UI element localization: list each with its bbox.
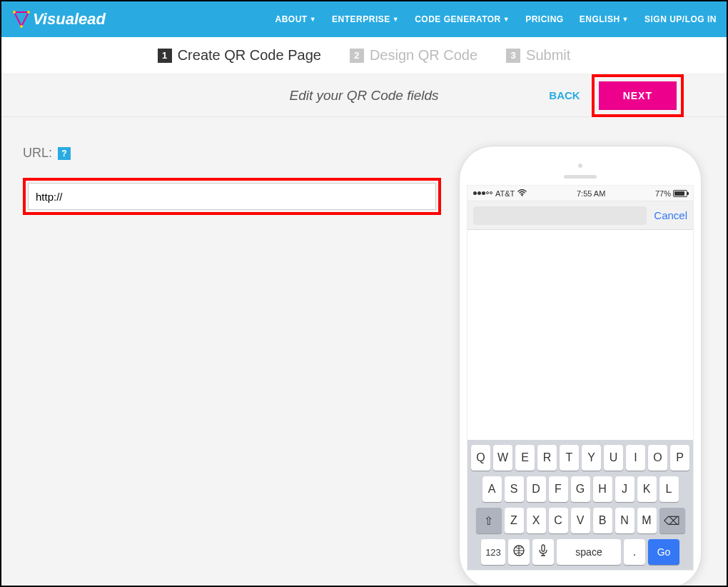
kb-row-4: 123 space . Go [470, 539, 691, 565]
key-e[interactable]: E [515, 445, 535, 471]
browser-address-input[interactable] [473, 206, 647, 225]
key-c[interactable]: C [549, 508, 568, 533]
page-subtitle: Edit your QR Code fields [289, 88, 438, 104]
key-m[interactable]: M [637, 508, 657, 533]
chevron-down-icon: ▼ [503, 16, 510, 23]
key-dot[interactable]: . [624, 539, 645, 565]
keyboard: QWERTYUIOP ASDFGHJKL ⇧ZXCVBNM⌫ 123 space… [467, 440, 693, 570]
phone-speaker-icon [564, 175, 597, 179]
key-shift[interactable]: ⇧ [476, 508, 502, 533]
nav-enterprise[interactable]: ENTERPRISE▼ [332, 14, 399, 24]
top-nav: Visualead ABOUT▼ ENTERPRISE▼ CODE GENERA… [1, 1, 727, 37]
next-button-highlight: NEXT [592, 74, 684, 117]
key-x[interactable]: X [527, 508, 546, 533]
key-l[interactable]: L [659, 476, 679, 502]
step-3-label: Submit [526, 47, 570, 64]
logo[interactable]: Visualead [11, 9, 106, 29]
key-k[interactable]: K [637, 476, 657, 502]
browser-bar: Cancel [467, 201, 693, 230]
key-z[interactable]: Z [505, 508, 524, 533]
step-2[interactable]: 2 Design QR Code [350, 47, 477, 64]
status-bar: AT&T 7:55 AM 77% [467, 186, 693, 201]
action-buttons: BACK NEXT [549, 74, 684, 117]
globe-icon [512, 544, 525, 560]
nav-menu: ABOUT▼ ENTERPRISE▼ CODE GENERATOR▼ PRICI… [275, 14, 717, 24]
svg-point-2 [20, 25, 23, 28]
battery-pct: 77% [655, 189, 671, 198]
chevron-down-icon: ▼ [310, 16, 316, 23]
key-d[interactable]: D [527, 476, 546, 502]
step-1-number: 1 [158, 49, 172, 63]
browser-body [467, 230, 693, 440]
battery-icon [673, 190, 687, 197]
kb-row-1: QWERTYUIOP [470, 445, 691, 471]
nav-english[interactable]: ENGLISH▼ [580, 14, 629, 24]
key-p[interactable]: P [670, 445, 689, 471]
key-v[interactable]: V [571, 508, 590, 533]
status-time: 7:55 AM [577, 189, 605, 198]
steps-bar: 1 Create QR Code Page 2 Design QR Code 3… [1, 37, 727, 74]
wifi-icon [517, 189, 527, 198]
key-f[interactable]: F [549, 476, 568, 502]
step-1[interactable]: 1 Create QR Code Page [158, 47, 321, 64]
step-1-label: Create QR Code Page [178, 47, 321, 64]
step-3[interactable]: 3 Submit [506, 47, 570, 64]
kb-row-2: ASDFGHJKL [470, 476, 691, 502]
key-go[interactable]: Go [648, 539, 679, 565]
key-q[interactable]: Q [471, 445, 490, 471]
key-mic[interactable] [532, 539, 554, 565]
key-123[interactable]: 123 [481, 539, 505, 565]
key-backspace[interactable]: ⌫ [659, 508, 685, 533]
phone-camera-icon [578, 164, 582, 168]
help-icon[interactable]: ? [58, 147, 71, 160]
signal-icon [473, 191, 492, 195]
url-field-label: URL: ? [23, 146, 441, 161]
key-i[interactable]: I [626, 445, 645, 471]
main-content: URL: ? AT&T [1, 117, 727, 586]
status-left: AT&T [473, 189, 527, 198]
step-3-number: 3 [506, 49, 520, 63]
browser-cancel-link[interactable]: Cancel [654, 209, 687, 221]
nav-pricing[interactable]: PRICING [525, 14, 564, 24]
nav-signup[interactable]: SIGN UP/LOG IN [644, 14, 717, 24]
key-a[interactable]: A [482, 476, 502, 502]
nav-code-generator[interactable]: CODE GENERATOR▼ [415, 14, 510, 24]
brand-text: Visualead [33, 10, 106, 29]
logo-icon [11, 9, 31, 29]
mic-icon [538, 544, 548, 560]
svg-point-3 [522, 194, 523, 196]
svg-point-0 [13, 11, 16, 14]
chevron-down-icon: ▼ [622, 16, 629, 23]
key-s[interactable]: S [505, 476, 524, 502]
key-globe[interactable] [508, 539, 530, 565]
next-button[interactable]: NEXT [599, 81, 677, 110]
key-g[interactable]: G [571, 476, 590, 502]
key-w[interactable]: W [493, 445, 512, 471]
step-2-number: 2 [350, 49, 364, 63]
key-h[interactable]: H [593, 476, 612, 502]
form-panel: URL: ? [23, 146, 455, 557]
phone-preview-wrap: AT&T 7:55 AM 77% Cancel [455, 146, 705, 557]
key-r[interactable]: R [537, 445, 557, 471]
key-u[interactable]: U [604, 445, 623, 471]
step-2-label: Design QR Code [370, 47, 477, 64]
back-link[interactable]: BACK [549, 89, 580, 101]
action-bar: Edit your QR Code fields BACK NEXT [1, 74, 727, 117]
url-input-highlight [23, 178, 441, 215]
chevron-down-icon: ▼ [393, 16, 399, 23]
url-label-text: URL: [23, 146, 52, 161]
key-y[interactable]: Y [582, 445, 601, 471]
carrier-label: AT&T [495, 189, 515, 198]
key-n[interactable]: N [615, 508, 635, 533]
nav-about[interactable]: ABOUT▼ [275, 14, 317, 24]
key-o[interactable]: O [648, 445, 667, 471]
key-b[interactable]: B [593, 508, 612, 533]
kb-row-3: ⇧ZXCVBNM⌫ [470, 508, 691, 533]
key-space[interactable]: space [557, 539, 621, 565]
key-j[interactable]: J [615, 476, 635, 502]
key-t[interactable]: T [560, 445, 579, 471]
phone-frame: AT&T 7:55 AM 77% Cancel [459, 146, 702, 587]
phone-screen: AT&T 7:55 AM 77% Cancel [467, 185, 694, 571]
status-right: 77% [655, 189, 687, 198]
url-input[interactable] [28, 183, 436, 210]
